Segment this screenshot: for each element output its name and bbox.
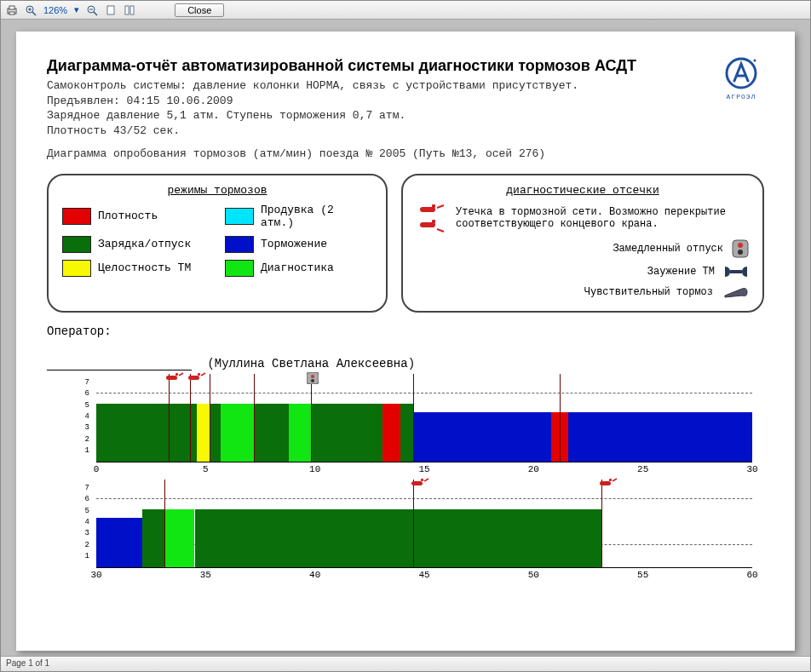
- multi-page-icon[interactable]: [122, 3, 137, 18]
- svg-line-36: [424, 479, 429, 481]
- chart-segment: [142, 509, 164, 567]
- chart-bottom: 123456730354045505560: [72, 481, 756, 583]
- legend-label: Торможение: [261, 238, 327, 250]
- svg-point-32: [311, 375, 314, 378]
- svg-rect-25: [166, 376, 177, 380]
- svg-rect-19: [432, 220, 435, 223]
- legend-item: Продувка (2 атм.): [225, 204, 372, 229]
- operator-label: Оператор:: [47, 325, 764, 338]
- preview-area[interactable]: АГРОЭЛ Диаграмма-отчёт автоматизированно…: [1, 20, 810, 656]
- close-button[interactable]: Close: [175, 3, 224, 17]
- zoom-value: 126%: [42, 5, 69, 15]
- single-page-icon[interactable]: [103, 3, 118, 18]
- chart-segment: [164, 509, 195, 567]
- chart-segment: [254, 404, 289, 462]
- brand-logo: АГРОЭЛ: [722, 54, 761, 101]
- report-title: Диаграмма-отчёт автоматизированной систе…: [47, 57, 764, 75]
- toolbar: 126% ▾ Close: [1, 1, 810, 20]
- meta-presented: Предъявлен: 04:15 10.06.2009: [47, 94, 764, 109]
- svg-line-30: [201, 373, 205, 376]
- legend-label: Диагностика: [261, 261, 334, 274]
- meta-pressure: Зарядное давление 5,1 атм. Ступень тормо…: [47, 108, 764, 123]
- svg-rect-11: [125, 6, 129, 14]
- meta-selfcheck: Самоконтроль системы: давление колонки Н…: [47, 78, 764, 94]
- meta-density: Плотность 43/52 сек.: [47, 123, 764, 139]
- narrowing-label: Заужение ТМ: [417, 266, 715, 278]
- chart-segment: [96, 518, 142, 568]
- chart-segment: [221, 404, 254, 462]
- legend-label: Целостность ТМ: [98, 261, 191, 274]
- svg-line-27: [179, 373, 183, 376]
- chart-segment: [289, 404, 311, 462]
- legend-title: режимы тормозов: [62, 184, 372, 197]
- print-icon[interactable]: [4, 3, 20, 18]
- svg-line-39: [613, 479, 617, 481]
- zoom-out-icon[interactable]: [84, 3, 100, 18]
- svg-rect-2: [9, 12, 14, 14]
- sensitive-brake-icon: [722, 285, 749, 299]
- leak-marker-icon: [165, 372, 184, 382]
- page-indicator: Page 1 of 1: [6, 658, 49, 668]
- svg-line-8: [94, 12, 97, 15]
- diagram-caption: Диаграмма опробования тормозов (атм/мин)…: [47, 146, 764, 162]
- svg-point-14: [754, 60, 756, 62]
- legend-item: Торможение: [225, 236, 372, 253]
- diagnostic-title: диагностические отсечки: [417, 184, 749, 197]
- slow-release-marker-icon: [307, 372, 319, 384]
- brand-name: АГРОЭЛ: [722, 93, 761, 101]
- svg-line-4: [32, 12, 36, 15]
- zoom-dropdown[interactable]: ▾: [72, 4, 81, 15]
- chart-top: 1234567051015202530: [72, 376, 756, 478]
- svg-rect-35: [421, 479, 423, 481]
- legend-item: Целостность ТМ: [62, 260, 210, 277]
- chart-segment: [210, 404, 221, 462]
- svg-rect-28: [188, 376, 199, 380]
- legend-item: Диагностика: [225, 260, 372, 277]
- legend-swatch: [62, 208, 91, 225]
- legend-swatch: [225, 236, 254, 253]
- legend-swatch: [62, 236, 91, 253]
- svg-point-22: [738, 243, 743, 248]
- chart-segment: [311, 404, 383, 462]
- legend-label: Плотность: [98, 210, 158, 222]
- svg-rect-26: [175, 373, 178, 376]
- svg-rect-34: [411, 481, 423, 485]
- signature-line: [47, 370, 192, 370]
- chart-segment: [413, 412, 551, 462]
- leak-marker-icon: [411, 478, 429, 488]
- leak-icon: [417, 204, 447, 233]
- legend-item: Плотность: [62, 204, 210, 229]
- chart-segment: [400, 404, 413, 462]
- report-page: АГРОЭЛ Диаграмма-отчёт автоматизированно…: [16, 32, 795, 651]
- statusbar: Page 1 of 1: [1, 656, 810, 671]
- svg-rect-16: [432, 204, 435, 208]
- svg-rect-37: [600, 481, 611, 485]
- svg-line-20: [437, 229, 444, 232]
- svg-point-33: [311, 379, 314, 382]
- legend-item: Зарядка/отпуск: [62, 236, 210, 253]
- svg-rect-12: [130, 6, 134, 14]
- diagnostic-panel: диагностические отсечки: [401, 174, 764, 313]
- svg-rect-29: [198, 373, 200, 376]
- charts: 1234567051015202530 12345673035404550556…: [47, 376, 764, 587]
- svg-rect-1: [9, 6, 14, 9]
- chart-segment: [568, 412, 752, 462]
- legend-swatch: [225, 260, 254, 277]
- preview-window: 126% ▾ Close АГРОЭЛ Диаграмма-отчёт авто…: [0, 0, 811, 672]
- slow-release-icon: [732, 239, 749, 258]
- legend-swatch: [62, 260, 91, 277]
- leak-marker-icon: [599, 478, 618, 488]
- chart-segment: [197, 404, 210, 462]
- slow-release-label: Замедленный отпуск: [417, 243, 723, 255]
- svg-rect-38: [609, 479, 612, 481]
- sensitive-label: Чувствительный тормоз: [417, 286, 713, 298]
- legend-label: Продувка (2 атм.): [261, 204, 372, 229]
- leak-marker-icon: [187, 372, 206, 382]
- narrowing-icon: [723, 265, 749, 279]
- svg-line-17: [437, 205, 444, 208]
- operator-name: (Муллина Светлана Алексеевна): [207, 357, 415, 370]
- leak-label: Утечка в тормозной сети. Возможно перекр…: [456, 206, 749, 230]
- legend-panel: режимы тормозов ПлотностьПродувка (2 атм…: [47, 174, 388, 313]
- chart-segment: [195, 509, 601, 567]
- zoom-in-icon[interactable]: [23, 3, 38, 18]
